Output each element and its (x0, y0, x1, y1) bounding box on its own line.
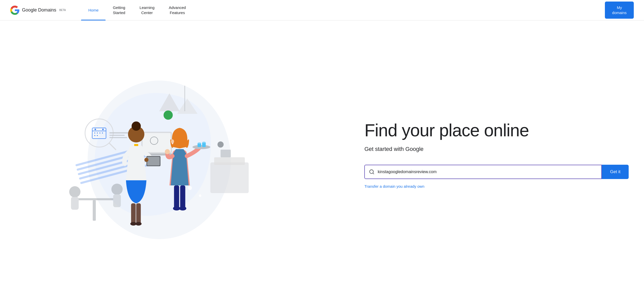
svg-rect-20 (109, 132, 130, 134)
main-nav: Home Getting Started Learning Center Adv… (81, 0, 605, 20)
svg-point-4 (164, 110, 173, 120)
svg-point-48 (198, 142, 201, 144)
svg-rect-63 (221, 150, 231, 157)
svg-point-54 (179, 206, 186, 210)
svg-rect-55 (77, 198, 118, 200)
hero-section: Find your place online Get started with … (0, 20, 644, 289)
svg-point-44 (172, 143, 173, 144)
svg-point-45 (165, 149, 170, 154)
svg-point-12 (95, 129, 96, 130)
svg-point-5 (218, 141, 224, 148)
svg-rect-60 (113, 194, 121, 207)
svg-point-7 (199, 194, 201, 197)
svg-rect-38 (131, 203, 136, 224)
header-right: My domains (605, 2, 634, 19)
logo-area[interactable]: Google Domains BETA (10, 6, 66, 15)
svg-point-57 (69, 186, 81, 197)
nav-item-learning-center[interactable]: Learning Center (132, 0, 162, 20)
svg-point-16 (99, 132, 100, 134)
get-it-button[interactable]: Get it (602, 165, 629, 179)
hero-subtitle: Get started with Google (364, 146, 629, 152)
logo-beta-badge: BETA (59, 9, 66, 12)
svg-point-17 (102, 132, 103, 134)
domain-search-input[interactable] (378, 170, 597, 174)
svg-point-19 (97, 135, 98, 136)
svg-rect-52 (180, 185, 185, 208)
svg-rect-61 (210, 162, 249, 193)
svg-point-33 (132, 121, 141, 131)
search-icon (369, 169, 375, 175)
svg-rect-21 (109, 135, 125, 136)
svg-point-6 (188, 186, 192, 190)
svg-rect-51 (174, 185, 179, 208)
svg-point-15 (97, 132, 98, 134)
nav-item-getting-started[interactable]: Getting Started (106, 0, 132, 20)
svg-rect-36 (147, 157, 160, 165)
svg-point-50 (202, 142, 206, 143)
svg-rect-34 (134, 144, 138, 146)
transfer-domain-link[interactable]: Transfer a domain you already own (364, 184, 424, 188)
svg-line-65 (373, 173, 374, 174)
svg-point-41 (135, 222, 142, 226)
search-area: Get it (364, 165, 629, 179)
my-domains-button[interactable]: My domains (605, 2, 634, 19)
svg-rect-56 (93, 200, 96, 221)
hero-illustration (0, 65, 354, 244)
hero-content: Find your place online Get started with … (354, 105, 644, 204)
svg-point-46 (193, 145, 210, 149)
search-box (364, 165, 602, 179)
svg-point-13 (102, 129, 104, 130)
svg-rect-58 (71, 197, 79, 210)
logo-text: Google Domains (22, 7, 56, 13)
svg-point-14 (94, 132, 95, 134)
hero-title: Find your place online (364, 121, 629, 140)
svg-point-53 (173, 206, 180, 210)
nav-item-home[interactable]: Home (81, 0, 106, 20)
svg-point-18 (94, 135, 95, 136)
google-logo-icon (10, 6, 19, 15)
svg-rect-22 (109, 137, 127, 138)
header: Google Domains BETA Home Getting Started… (0, 0, 644, 20)
svg-point-37 (144, 158, 149, 162)
svg-rect-39 (136, 203, 141, 224)
svg-rect-62 (214, 157, 245, 165)
svg-point-59 (111, 184, 123, 195)
nav-item-advanced-features[interactable]: Advanced Features (162, 0, 193, 20)
